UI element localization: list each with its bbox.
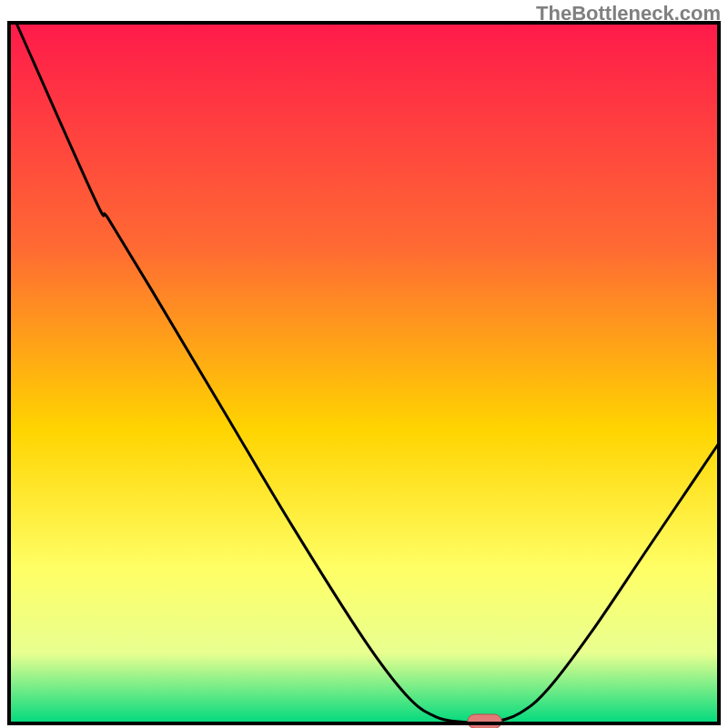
bottleneck-chart: TheBottleneck.com [0, 0, 728, 728]
watermark-text: TheBottleneck.com [536, 2, 721, 25]
chart-svg [0, 0, 728, 728]
optimal-marker [468, 714, 501, 728]
gradient-background [9, 23, 719, 723]
